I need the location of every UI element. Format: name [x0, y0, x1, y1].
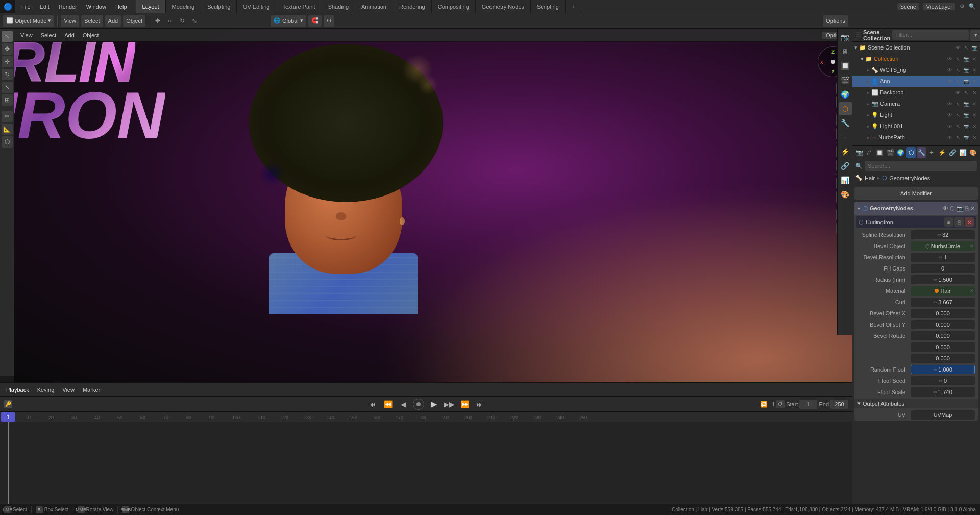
- outliner-search-input[interactable]: [892, 30, 969, 40]
- node-unlink-btn[interactable]: ✕: [965, 217, 974, 227]
- breadcrumb-modifier[interactable]: GeometryNodes: [889, 175, 930, 181]
- prop-bevel-obj-value[interactable]: ⬡ NurbsCircle ✕: [911, 241, 975, 251]
- sc-vis-0[interactable]: 👁: [954, 44, 962, 51]
- sc-render-0[interactable]: 📷: [971, 44, 978, 51]
- sc-sel-rig[interactable]: ↖: [954, 66, 962, 73]
- rotate-tool[interactable]: ↻: [177, 15, 188, 27]
- sc-render-rig[interactable]: 📷: [963, 66, 970, 73]
- prop-spline-res-value[interactable]: ⇔ 32: [911, 230, 975, 239]
- tl-jump-start-btn[interactable]: ⏮: [367, 399, 378, 410]
- annotate-tool-btn[interactable]: ✏: [2, 111, 13, 122]
- sc-render-nurbs[interactable]: 📷: [963, 134, 970, 141]
- sc-render-light001[interactable]: 📷: [963, 122, 970, 130]
- add-menu[interactable]: Add: [105, 15, 121, 27]
- prop-floof-seed-value[interactable]: ⇔ 0: [911, 376, 975, 385]
- mod-edit-icon[interactable]: ⬡: [950, 205, 955, 212]
- tl-record-btn[interactable]: [413, 399, 424, 410]
- select-tool-btn[interactable]: ↖: [2, 31, 13, 42]
- prop-scene-icon[interactable]: 🎬: [839, 73, 852, 87]
- object-menu[interactable]: Object: [123, 15, 145, 27]
- cursor-tool[interactable]: ✥: [152, 15, 163, 27]
- sc-nurbspath[interactable]: ▸ 〰 NurbsPath 👁 ↖ 📷 ✕: [852, 132, 980, 143]
- sc-vis-ann[interactable]: 👁: [946, 78, 953, 85]
- tab-geometry-nodes[interactable]: Geometry Nodes: [476, 0, 531, 13]
- sc-vis-light[interactable]: 👁: [946, 111, 953, 118]
- tl-next-keyframe-btn[interactable]: ⏩: [459, 399, 470, 410]
- prop-material-x[interactable]: ✕: [970, 288, 974, 293]
- prop-view-layer-icon[interactable]: 🔲: [839, 59, 852, 72]
- prop-bevel-x[interactable]: ✕: [970, 243, 974, 249]
- prop-modifier-icon[interactable]: 🔧: [839, 116, 852, 130]
- select-menu[interactable]: Select: [81, 15, 103, 27]
- prop-tab-modifier[interactable]: 🔧: [917, 147, 926, 158]
- sc-light-001[interactable]: ▸ 💡 Light.001 👁 ↖ 📷 ✕: [852, 120, 980, 132]
- sc-render-cam[interactable]: 📷: [963, 100, 970, 107]
- sc-x-back[interactable]: ✕: [971, 89, 978, 96]
- tl-header-view[interactable]: View: [59, 386, 78, 394]
- prop-extra-2-value[interactable]: 0.000: [911, 354, 975, 363]
- prop-tab-object[interactable]: ⬡: [906, 147, 916, 158]
- tab-add[interactable]: +: [566, 0, 581, 13]
- tab-layout[interactable]: Layout: [136, 0, 166, 13]
- sc-render-light[interactable]: 📷: [963, 111, 970, 118]
- tl-end-input[interactable]: [830, 400, 848, 409]
- prop-material-icon[interactable]: 🎨: [839, 188, 852, 201]
- prop-fill-caps-value[interactable]: 0: [911, 264, 975, 273]
- vp-select-menu[interactable]: Select: [38, 32, 60, 39]
- prop-tab-constraints[interactable]: 🔗: [948, 147, 957, 158]
- measure-tool-btn[interactable]: 📐: [2, 124, 13, 135]
- prop-material-value[interactable]: Hair ✕: [911, 286, 975, 296]
- tl-timer-icon[interactable]: ⏱: [776, 400, 785, 408]
- prop-random-floof-value[interactable]: ⇔ 1.000: [911, 365, 975, 374]
- scale-tool-btn[interactable]: ⤡: [2, 82, 13, 93]
- sc-collection[interactable]: ▾ 📁 Collection 👁 ↖ 📷 ✕: [852, 53, 980, 64]
- vp-object-menu[interactable]: Object: [80, 32, 102, 39]
- prop-tab-scene[interactable]: 🎬: [886, 147, 895, 158]
- tab-scripting[interactable]: Scripting: [531, 0, 566, 13]
- vp-add-menu[interactable]: Add: [61, 32, 78, 39]
- sc-sel-nurbs[interactable]: ↖: [954, 134, 962, 141]
- sc-render-col[interactable]: 📷: [963, 55, 970, 62]
- menu-file[interactable]: File: [17, 3, 35, 11]
- viewlayer-selector[interactable]: ViewLayer: [923, 3, 955, 10]
- tl-header-marker[interactable]: Marker: [80, 386, 103, 394]
- prop-bevel-rotate-value[interactable]: 0.000: [911, 331, 975, 340]
- sc-x-col[interactable]: ✕: [971, 55, 978, 62]
- sc-x-ann[interactable]: ✕: [971, 78, 978, 85]
- tab-sculpting[interactable]: Sculpting: [201, 0, 237, 13]
- add-primitive-btn[interactable]: ⬡: [2, 136, 13, 148]
- tl-start-input[interactable]: [799, 400, 817, 409]
- tl-header-keying[interactable]: Keying: [34, 386, 58, 394]
- timeline-content[interactable]: [0, 422, 852, 504]
- prop-tab-material[interactable]: 🎨: [969, 147, 978, 158]
- sc-ann[interactable]: ▸ 👤 Ann 👁 ↖ 📷 ✕: [852, 76, 980, 87]
- sc-backdrop[interactable]: ▸ ⬜ Backdrop 👁 ↖ ✕: [852, 87, 980, 98]
- prop-object-icon[interactable]: ⬡: [839, 102, 852, 115]
- topbar-search[interactable]: 🔍: [969, 3, 976, 10]
- sc-x-light[interactable]: ✕: [971, 111, 978, 118]
- sc-x-light001[interactable]: ✕: [971, 122, 978, 130]
- tl-prev-keyframe-btn[interactable]: ⏪: [382, 399, 394, 410]
- tab-texture-paint[interactable]: Texture Paint: [276, 0, 322, 13]
- menu-window[interactable]: Window: [82, 3, 110, 11]
- node-copy-btn[interactable]: ⎘: [954, 217, 964, 227]
- prop-tab-render[interactable]: 📷: [854, 147, 864, 158]
- menu-render[interactable]: Render: [55, 3, 81, 11]
- prop-bevel-offset-y-value[interactable]: 0.000: [911, 320, 975, 329]
- sc-render-ann[interactable]: 📷: [963, 78, 970, 85]
- scale-tool[interactable]: ⤡: [189, 15, 200, 27]
- tab-shading[interactable]: Shading: [322, 0, 355, 13]
- snap-toggle[interactable]: 🧲: [308, 15, 322, 27]
- tab-rendering[interactable]: Rendering: [393, 0, 432, 13]
- modifier-header[interactable]: ▾ ⬡ GeometryNodes 👁 ⬡ 📷 ⎘ ✕: [854, 202, 978, 215]
- outliner-filter-btn[interactable]: ▾: [970, 30, 980, 41]
- sc-vis-nurbs[interactable]: 👁: [946, 134, 953, 141]
- breadcrumb-object[interactable]: Hair: [865, 175, 875, 181]
- sc-light[interactable]: ▸ 💡 Light 👁 ↖ 📷 ✕: [852, 109, 980, 120]
- prop-bevel-offset-x-value[interactable]: 0.000: [911, 309, 975, 318]
- viewport-options[interactable]: Options: [823, 15, 848, 27]
- prop-radius-value[interactable]: ⇔ 1.500: [911, 275, 975, 284]
- tl-keying-icon[interactable]: 🔑: [4, 400, 12, 408]
- sc-vis-back[interactable]: 👁: [954, 89, 962, 96]
- sc-vis-col[interactable]: 👁: [946, 55, 953, 62]
